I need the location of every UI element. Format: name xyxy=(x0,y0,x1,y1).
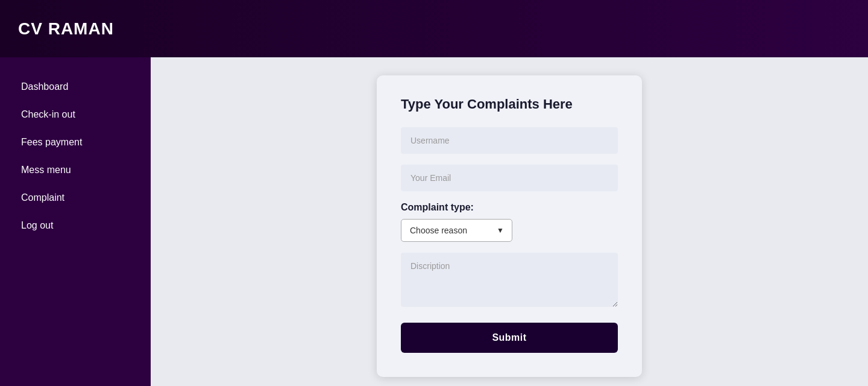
sidebar-item-check-in-out[interactable]: Check-in out xyxy=(0,103,151,126)
username-input[interactable] xyxy=(401,127,618,154)
complaint-type-label: Complaint type: xyxy=(401,202,618,213)
sidebar-item-mess-menu[interactable]: Mess menu xyxy=(0,159,151,182)
sidebar-item-fees-payment[interactable]: Fees payment xyxy=(0,131,151,154)
submit-button[interactable]: Submit xyxy=(401,323,618,353)
complaint-type-select[interactable]: Choose reason Food Quality Cleanliness M… xyxy=(401,219,512,242)
sidebar-item-log-out[interactable]: Log out xyxy=(0,214,151,237)
sidebar: Dashboard Check-in out Fees payment Mess… xyxy=(0,57,151,386)
header: CV RAMAN xyxy=(0,0,868,57)
description-textarea[interactable] xyxy=(401,253,618,307)
sidebar-item-complaint[interactable]: Complaint xyxy=(0,186,151,209)
app-title: CV RAMAN xyxy=(18,19,114,39)
complaint-form-card: Type Your Complaints Here Complaint type… xyxy=(377,75,642,377)
complaint-type-wrapper: Choose reason Food Quality Cleanliness M… xyxy=(401,219,618,242)
main-layout: Dashboard Check-in out Fees payment Mess… xyxy=(0,57,868,386)
email-input[interactable] xyxy=(401,165,618,191)
form-title: Type Your Complaints Here xyxy=(401,96,618,112)
content-area: Type Your Complaints Here Complaint type… xyxy=(151,57,868,386)
sidebar-item-dashboard[interactable]: Dashboard xyxy=(0,75,151,98)
